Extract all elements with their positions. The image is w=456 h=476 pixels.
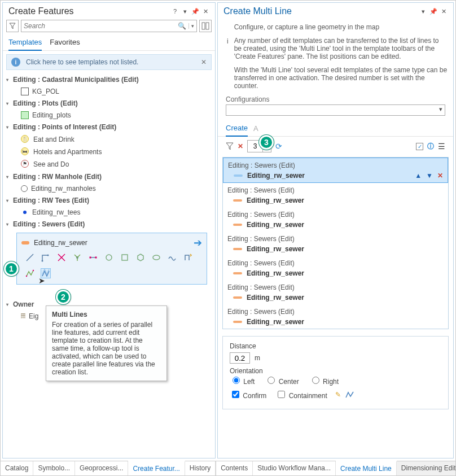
edit-list-item-selected[interactable]: Editing : Sewers (Edit) Editing_rw_sewer… [223, 158, 448, 183]
group-header[interactable]: ▾Editing : Plots (Edit) [5, 97, 213, 110]
bottom-tabs: Catalog Symbolo... Geoprocessi... Create… [1, 461, 455, 475]
line-tool-icon[interactable] [25, 252, 35, 263]
confirm-checkbox[interactable]: Confirm [230, 389, 266, 400]
template-item[interactable]: ⚑See and Do [5, 158, 213, 171]
line-swatch-icon [233, 248, 242, 250]
search-icon[interactable]: 🔍 [176, 22, 188, 30]
orientation-right[interactable]: Right [309, 375, 339, 386]
group-header[interactable]: ▾Editing : RW Manhole (Edit) [5, 171, 213, 183]
right-angle-tool-icon[interactable] [41, 252, 51, 263]
remove-icon[interactable]: ✕ [437, 172, 443, 180]
bottom-tab[interactable]: Symbolo... [33, 461, 75, 475]
panel-title: Create Features [8, 6, 74, 16]
close-icon[interactable]: ✕ [439, 6, 449, 16]
filter-button[interactable] [6, 20, 19, 32]
callout-1: 1 [4, 261, 19, 276]
tab-partial[interactable]: A [253, 122, 258, 136]
dropdown-icon[interactable]: ▾ [180, 6, 190, 16]
tab-templates[interactable]: Templates [8, 36, 42, 51]
panel-header: Create Features ? ▾ 📌 ✕ [3, 3, 215, 19]
template-item[interactable]: Editing_rw_tees [5, 207, 213, 218]
options-box: Distance m Orientation Left Center Right… [222, 336, 449, 409]
filter-icon[interactable] [226, 142, 234, 150]
checkbox-all[interactable]: ✓ [416, 143, 423, 150]
configurations-select[interactable] [226, 104, 445, 116]
edit-item-group: Editing : Sewers (Edit) [228, 160, 443, 171]
bottom-tab[interactable]: History [185, 461, 216, 475]
bottom-tab-active[interactable]: Create Multi Line [336, 461, 397, 475]
group-header[interactable]: ▾Editing : RW Tees (Edit) [5, 194, 213, 207]
group-header[interactable]: ▾Editing : Cadastral Municipalities (Edi… [5, 73, 213, 86]
group-header[interactable]: ▾Editing : Points of Interest (Edit) [5, 121, 213, 133]
tab-favorites[interactable]: Favorites [50, 36, 80, 50]
close-icon[interactable]: ✕ [200, 6, 211, 16]
dropdown-icon[interactable]: ▾ [418, 6, 428, 16]
line-swatch-icon [233, 272, 242, 274]
edit-list-item[interactable]: Editing : Sewers (Edit) Editing_rw_sewer [223, 207, 448, 232]
edit-list-item[interactable]: Editing : Sewers (Edit) Editing_rw_sewer [223, 232, 448, 256]
bottom-tab-active[interactable]: Create Featur... [128, 461, 185, 475]
search-box[interactable]: 🔍 ▾ [21, 20, 197, 32]
trace-tool-icon[interactable] [183, 252, 193, 263]
svg-rect-1 [206, 23, 209, 29]
help-icon[interactable]: ? [170, 6, 180, 16]
pin-icon[interactable]: 📌 [190, 6, 200, 16]
svg-point-19 [33, 270, 34, 271]
template-item[interactable]: Editing_plots [5, 110, 213, 121]
template-item[interactable]: 🍴Eat and Drink [5, 133, 213, 146]
menu-icon[interactable]: ☰ [438, 142, 445, 151]
orientation-left[interactable]: Left [230, 375, 255, 386]
template-item[interactable]: 🛏Hotels and Apartments [5, 146, 213, 158]
info-toggle-icon[interactable]: ⓘ [427, 142, 434, 151]
freehand-tool-icon[interactable] [167, 252, 177, 263]
notice-bar[interactable]: i Click here to see templates not listed… [6, 54, 212, 70]
split-tool-icon[interactable] [56, 252, 67, 263]
group-header[interactable]: ▾Editing : Sewers (Edit) [5, 218, 213, 230]
polygon-swatch-icon [21, 88, 29, 95]
template-item[interactable]: Editing_rw_manholes [5, 183, 213, 194]
search-input[interactable] [21, 20, 176, 32]
svg-rect-12 [90, 257, 91, 259]
polygon-swatch-icon [21, 111, 29, 119]
info-icon: i [11, 58, 20, 67]
orientation-center[interactable]: Center [265, 375, 299, 386]
bottom-tab[interactable]: Contents [216, 461, 253, 475]
arrow-right-icon[interactable]: ➔ [194, 237, 202, 249]
tabs-row: Templates Favorites [3, 36, 215, 51]
distance-input[interactable] [230, 352, 250, 364]
search-dropdown-icon[interactable]: ▾ [188, 23, 196, 29]
move-up-icon[interactable]: ▲ [415, 172, 422, 180]
refresh-icon[interactable]: ⟳ [275, 142, 282, 151]
tab-create[interactable]: Create [226, 121, 248, 137]
edit-list-item[interactable]: Editing : Sewers (Edit) Editing_rw_sewer [223, 183, 448, 207]
ellipse-tool-icon[interactable] [151, 252, 161, 263]
move-down-icon[interactable]: ▼ [426, 172, 433, 180]
bottom-tab[interactable]: Geoprocessi... [75, 461, 128, 475]
pin-icon[interactable]: 📌 [428, 6, 439, 16]
edit-geometry-icon[interactable]: ✎ [335, 391, 341, 399]
template-item[interactable]: KG_POL [5, 86, 213, 97]
svg-point-14 [106, 255, 112, 260]
bottom-tab[interactable]: Studio Workflow Mana... [253, 461, 336, 475]
right-tabs: Create A [218, 121, 453, 137]
panel-header: Create Multi Line ▾ 📌 ✕ [218, 3, 453, 19]
rectangle-tool-icon[interactable] [120, 252, 130, 263]
hexagon-tool-icon[interactable] [135, 252, 146, 263]
stream-tool-icon[interactable] [25, 268, 35, 278]
manage-templates-button[interactable] [199, 20, 212, 32]
sketch-icon[interactable] [345, 391, 354, 399]
edit-list-item[interactable]: Editing : Sewers (Edit) Editing_rw_sewer [223, 304, 448, 329]
svg-line-2 [27, 254, 33, 261]
bottom-tab[interactable]: Dimensioning Edit... [397, 461, 456, 475]
bottom-tab[interactable]: Catalog [1, 461, 33, 475]
two-point-tool-icon[interactable] [88, 252, 98, 263]
notice-close-icon[interactable]: ✕ [201, 58, 207, 66]
radial-tool-icon[interactable] [72, 252, 82, 263]
line-swatch-icon [233, 199, 242, 202]
circle-tool-icon[interactable] [104, 252, 114, 263]
containment-checkbox[interactable]: Containment [275, 389, 327, 400]
template-label: Editing_rw_sewer [34, 239, 87, 247]
clear-icon[interactable]: ✕ [238, 142, 243, 150]
edit-list-item[interactable]: Editing : Sewers (Edit) Editing_rw_sewer [223, 280, 448, 304]
edit-list-item[interactable]: Editing : Sewers (Edit) Editing_rw_sewer [223, 256, 448, 280]
